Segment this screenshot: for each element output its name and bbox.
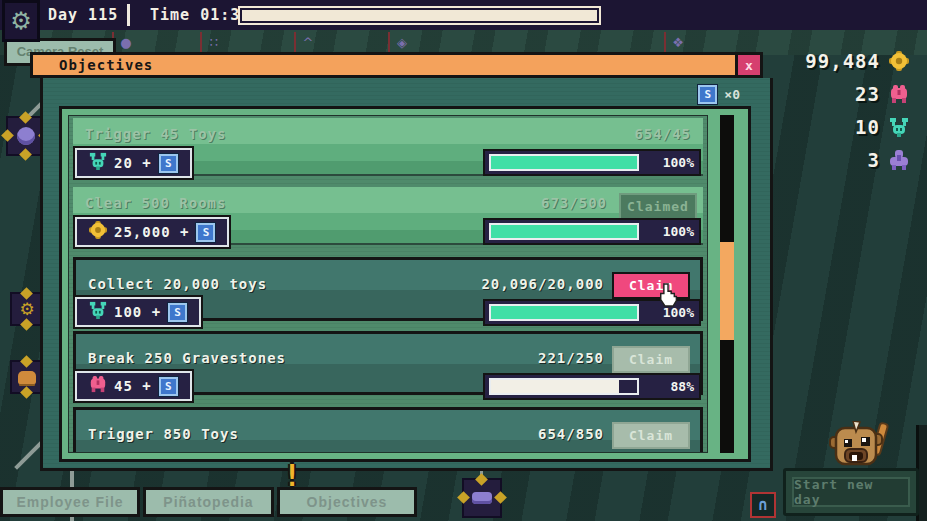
currency-pink-pinatas: 23 [855, 83, 909, 105]
start-new-day-button[interactable]: Start new day [792, 477, 910, 507]
progress-percent: 100% [639, 155, 694, 170]
objective-title: Trigger 850 Toys [88, 426, 239, 442]
magnet-icon[interactable]: ∩ [750, 492, 776, 518]
stamp-counter: S ×0 [698, 85, 740, 104]
map-node-gear[interactable]: ⚙ [10, 292, 44, 326]
objective-title: Break 250 Gravestones [88, 350, 286, 366]
progress-track [489, 154, 639, 171]
claimed-button[interactable]: Claimed [619, 193, 697, 220]
currency-value: 23 [855, 83, 880, 105]
progress-bar: 100% [483, 218, 701, 245]
scrollbar-track[interactable] [720, 115, 734, 453]
objective-progress-text: 673/500 [541, 195, 607, 211]
map-separator [294, 32, 296, 53]
map-separator [388, 32, 390, 53]
objective-row: Collect 20,000 toys 20,096/20,000 Claim … [73, 257, 703, 321]
reward-badge: 25,000 + S [75, 217, 229, 247]
node-accent [1, 129, 14, 142]
start-new-day-label: Start new day [794, 477, 908, 507]
reward-amount: 20 + [114, 155, 152, 171]
map-chevron-icon: ^ [300, 35, 316, 51]
progress-track [489, 223, 639, 240]
objective-card: Trigger 850 Toys 654/850 Claim [73, 407, 703, 453]
progress-bar: 100% [483, 299, 701, 326]
top-bar: Day 115 Time01:39 [0, 0, 927, 30]
node-accent [19, 148, 32, 161]
topbar-divider [127, 4, 130, 26]
stamp-ticket-icon: S [159, 377, 178, 396]
claim-button[interactable]: Claim [612, 346, 690, 373]
claim-button[interactable]: Claim [612, 422, 690, 449]
pinatopedia-button[interactable]: Piñatopedia [143, 487, 274, 517]
objectives-panel-body: S ×0 Trigger 45 Toys 654/45 20 + S [40, 78, 773, 471]
employee-file-button[interactable]: Employee File [0, 487, 140, 517]
game-screen: ● ∷ ^ ◈ ❖ ⚙ ∩ Day 115 Time01:39 [0, 0, 927, 521]
currency-value: 10 [855, 116, 880, 138]
objective-progress-text: 654/850 [538, 426, 604, 442]
node-accent [475, 473, 488, 486]
reward-badge: 100 + S [75, 297, 201, 327]
objective-title: Collect 20,000 toys [88, 276, 267, 292]
objective-progress-text: 221/250 [538, 350, 604, 366]
close-button[interactable]: x [735, 55, 760, 75]
stamp-ticket-icon: S [196, 223, 215, 242]
pinata-pink-icon [889, 84, 909, 104]
objectives-list: Trigger 45 Toys 654/45 20 + S 100% [68, 115, 708, 453]
stamp-count: ×0 [724, 87, 740, 102]
gear-icon: ⚙ [19, 301, 34, 318]
objective-row: Break 250 Gravestones 221/250 Claim 45 +… [73, 331, 703, 395]
objective-title: Clear 500 Rooms [85, 195, 226, 211]
notification-exclamation-icon: ! [283, 458, 301, 493]
coin-icon [889, 51, 909, 71]
progress-track [489, 304, 639, 321]
pinata-pink-icon [89, 375, 107, 397]
kart-icon [472, 492, 492, 504]
gear-icon: ⚙ [10, 9, 32, 33]
progress-percent: 100% [639, 224, 694, 239]
scrollbar-thumb[interactable] [720, 242, 734, 340]
currency-teal-toys: 10 [855, 116, 909, 138]
toy-teal-icon [89, 301, 107, 323]
monkey-character [828, 421, 892, 475]
progress-fill [491, 225, 637, 238]
node-accent [457, 491, 470, 504]
currency-value: 99,484 [805, 50, 880, 72]
day-progress-bar [238, 6, 601, 25]
progress-percent: 88% [639, 379, 694, 394]
stamp-ticket-icon: S [168, 303, 187, 322]
settings-button[interactable]: ⚙ [2, 0, 40, 42]
map-node-pinata[interactable] [10, 360, 44, 394]
time-label: Time [150, 6, 190, 24]
reward-amount: 100 + [114, 304, 161, 320]
progress-percent: 100% [639, 305, 694, 320]
reward-badge: 20 + S [75, 148, 192, 178]
day-label: Day 115 [48, 6, 118, 24]
toy-teal-icon [889, 117, 909, 137]
objective-progress-text: 654/45 [634, 126, 691, 142]
pinata-icon [18, 371, 36, 384]
map-droplet-icon: ● [118, 35, 134, 51]
progress-fill [491, 380, 619, 393]
claim-button[interactable]: Claim [612, 272, 690, 299]
node-accent [494, 491, 507, 504]
reward-amount: 45 + [114, 378, 152, 394]
reward-badge: 45 + S [75, 371, 192, 401]
map-pinata-icon: ❖ [670, 35, 686, 51]
currency-purple-flowers: 3 [868, 149, 909, 171]
progress-bar: 88% [483, 373, 701, 400]
map-node-kart[interactable] [462, 478, 502, 518]
close-icon: x [745, 58, 753, 73]
flower-purple-icon [889, 150, 909, 170]
map-separator [664, 32, 666, 53]
day-progress-fill [242, 10, 597, 21]
stamp-ticket-icon: S [698, 85, 717, 104]
map-separator [200, 32, 202, 53]
progress-fill [491, 306, 637, 319]
objective-row: Clear 500 Rooms 673/500 Claimed 25,000 +… [73, 187, 703, 243]
stamp-ticket-icon: S [159, 154, 178, 173]
node-accent [20, 355, 33, 368]
currency-coins: 99,484 [805, 50, 909, 72]
objectives-panel-header: Objectives x [30, 52, 763, 78]
progress-bar: 100% [483, 149, 701, 176]
map-grid-icon: ∷ [206, 35, 222, 51]
